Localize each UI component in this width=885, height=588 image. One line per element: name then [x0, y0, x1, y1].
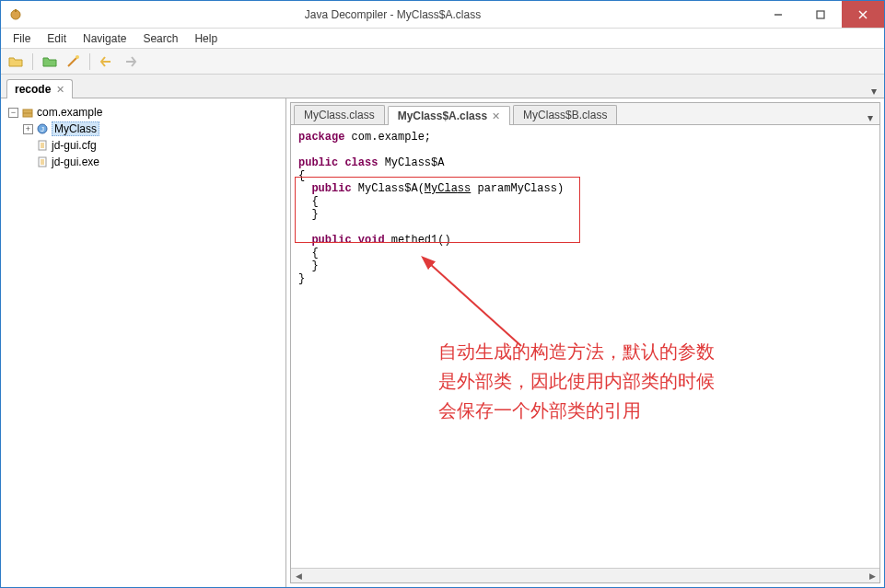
svg-rect-3	[817, 11, 824, 18]
application-window: Java Decompiler - MyClass$A.class File E…	[0, 0, 885, 588]
back-arrow-icon[interactable]	[98, 52, 116, 71]
svg-point-7	[76, 55, 79, 59]
editor-tab-myclass-b[interactable]: MyClass$B.class	[513, 105, 617, 124]
annotation-highlight-box	[295, 177, 580, 243]
window-controls	[757, 1, 884, 28]
forward-arrow-icon[interactable]	[121, 52, 139, 71]
collapse-icon[interactable]: −	[8, 108, 18, 118]
main-area: recode ✕ ▾ − com.example + J	[1, 75, 884, 587]
maximize-button[interactable]	[799, 1, 842, 28]
tab-label: MyClass.class	[304, 109, 375, 121]
tab-label: MyClass$B.class	[523, 109, 607, 121]
scroll-right-icon[interactable]: ▶	[865, 571, 879, 581]
app-icon	[8, 7, 23, 22]
tabs-overflow-icon[interactable]: ▾	[865, 111, 879, 124]
editor-area: MyClass.class MyClass$A.class ✕ MyClass$…	[290, 102, 880, 583]
tabs-overflow-icon[interactable]: ▾	[869, 85, 884, 98]
menu-navigate[interactable]: Navigate	[75, 30, 134, 47]
tree-node-class[interactable]: + J MyClass	[5, 121, 282, 137]
tree-label: jd-gui.cfg	[52, 139, 97, 152]
file-icon	[36, 156, 49, 168]
annotation-text: 自动生成的构造方法，默认的参数 是外部类，因此使用内部类的时候 会保存一个外部类…	[438, 337, 715, 425]
svg-text:J: J	[41, 125, 44, 133]
tree-label: com.example	[37, 106, 102, 119]
tree-node-file[interactable]: jd-gui.cfg	[5, 137, 282, 154]
title-bar: Java Decompiler - MyClass$A.class	[1, 1, 884, 29]
editor-tab-myclass-a[interactable]: MyClass$A.class ✕	[388, 106, 510, 125]
project-tab-label: recode	[15, 83, 51, 96]
minimize-button[interactable]	[757, 1, 799, 28]
file-icon	[36, 139, 49, 152]
menu-edit[interactable]: Edit	[39, 30, 75, 47]
code-editor[interactable]: package com.example; public class MyClas…	[291, 125, 879, 568]
wand-icon[interactable]	[64, 52, 82, 71]
project-tab-recode[interactable]: recode ✕	[6, 79, 73, 98]
scroll-left-icon[interactable]: ◀	[291, 571, 306, 581]
tree-label: MyClass	[52, 121, 99, 136]
menu-file[interactable]: File	[5, 30, 39, 47]
menu-help[interactable]: Help	[186, 30, 226, 47]
package-tree: − com.example + J MyClass	[1, 98, 286, 587]
window-title: Java Decompiler - MyClass$A.class	[29, 8, 757, 21]
package-icon	[21, 106, 34, 119]
tab-label: MyClass$A.class	[398, 110, 487, 122]
toolbar	[1, 49, 884, 75]
toolbar-separator	[89, 53, 90, 70]
svg-rect-1	[15, 9, 17, 12]
close-tab-icon[interactable]: ✕	[56, 84, 64, 96]
horizontal-scrollbar[interactable]: ◀ ▶	[291, 568, 879, 582]
tree-node-package[interactable]: − com.example	[5, 104, 282, 121]
class-icon: J	[36, 122, 49, 135]
editor-tab-myclass[interactable]: MyClass.class	[294, 105, 385, 124]
svg-line-6	[68, 57, 77, 66]
tree-node-file[interactable]: jd-gui.exe	[5, 154, 282, 170]
close-tab-icon[interactable]: ✕	[492, 110, 500, 122]
split-pane: − com.example + J MyClass	[1, 98, 884, 587]
save-icon[interactable]	[41, 52, 59, 71]
toolbar-separator	[32, 53, 33, 70]
expand-icon[interactable]: +	[23, 124, 33, 134]
close-button[interactable]	[842, 1, 884, 28]
editor-tabs: MyClass.class MyClass$A.class ✕ MyClass$…	[291, 103, 879, 125]
project-tabs: recode ✕ ▾	[1, 75, 884, 98]
menu-bar: File Edit Navigate Search Help	[1, 29, 884, 49]
open-folder-icon[interactable]	[6, 52, 25, 71]
menu-search[interactable]: Search	[134, 30, 186, 47]
tree-label: jd-gui.exe	[52, 156, 99, 168]
